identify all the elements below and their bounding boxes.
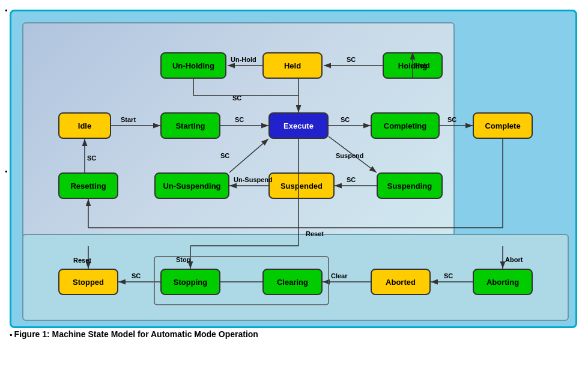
state-clearing: Clearing (262, 269, 323, 295)
state-completing: Completing (371, 112, 440, 139)
outer-border: Un-Holding Held Holding Idle Starting Ex… (10, 10, 577, 328)
bullet-top: ▪ (5, 6, 7, 14)
state-aborting: Aborting (473, 269, 533, 295)
state-held: Held (262, 52, 323, 79)
state-un-suspending: Un-Suspending (154, 172, 229, 199)
state-execute: Execute (268, 112, 329, 139)
state-suspending: Suspending (377, 172, 443, 199)
figure-caption: ▪ Figure 1: Machine State Model for Auto… (10, 329, 258, 339)
state-complete: Complete (473, 112, 533, 139)
state-resetting: Resetting (58, 172, 118, 199)
bullet-mid: ▪ (5, 167, 7, 175)
state-idle: Idle (58, 112, 111, 139)
state-aborted: Aborted (371, 269, 431, 295)
page-container: ▪ ▪ Un-Holding Held Holding Idle Startin… (5, 5, 583, 341)
state-starting: Starting (160, 112, 220, 139)
state-stopping: Stopping (160, 269, 220, 295)
state-stopped: Stopped (58, 269, 118, 295)
state-suspended: Suspended (268, 172, 335, 199)
state-un-holding: Un-Holding (160, 52, 226, 79)
state-holding: Holding (383, 52, 443, 79)
